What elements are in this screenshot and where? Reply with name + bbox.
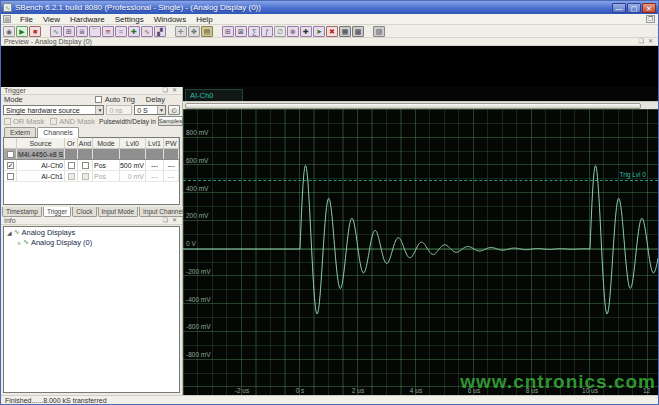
close-panel-icon[interactable]: ✕ <box>170 217 179 224</box>
restore-window-icon[interactable]: ❐ <box>646 15 655 23</box>
horizontal-scrollbar[interactable] <box>183 101 658 109</box>
menu-settings[interactable]: Settings <box>110 15 149 24</box>
grid-view-icon[interactable]: ▩ <box>352 26 364 37</box>
preview-caption-bar: Preview - Analog Display (0) ❏ ✕ <box>1 38 658 46</box>
float-panel-icon[interactable]: ❏ <box>637 38 646 45</box>
maximize-button[interactable]: ▢ <box>627 3 641 13</box>
crosshair-icon[interactable]: ✚ <box>300 26 312 37</box>
menu-windows[interactable]: Windows <box>149 15 191 24</box>
preview-title: Preview - Analog Display (0) <box>4 38 637 45</box>
toolbar: ◉▶■∿⊞≣⌒≋⌗✚∿▞✛✥▤⊞⊠∑ƒ∅⊗✚➤✖▦▩▨ <box>1 25 658 38</box>
pulsewidth-label: Pulsewidth/Delay in <box>99 118 156 125</box>
mode-label: Mode <box>4 95 23 104</box>
pulsewidth-unit-button[interactable]: Samples <box>158 116 183 126</box>
save-icon[interactable]: ▤ <box>201 26 213 37</box>
menu-view[interactable]: View <box>38 15 65 24</box>
waterfall-display-icon[interactable]: ≋ <box>102 26 114 37</box>
expander-icon[interactable]: ◢ <box>7 229 12 236</box>
ch0-or-checkbox[interactable] <box>68 162 75 169</box>
or-mask-label: OR Mask <box>13 117 44 126</box>
trigger-panel-title: Trigger <box>4 87 161 94</box>
close-button[interactable]: ✕ <box>642 3 656 13</box>
wave-tool-icon[interactable]: ∿ <box>141 26 153 37</box>
auto-trig-checkbox[interactable] <box>95 96 102 103</box>
ch0-and-checkbox[interactable] <box>82 162 89 169</box>
null-signal-icon[interactable]: ∅ <box>274 26 286 37</box>
status-bar: Finished......8.000 kS transferred <box>1 395 658 404</box>
run-once-icon[interactable]: ◉ <box>3 26 15 37</box>
delay-options-button[interactable]: ◴ <box>168 105 180 115</box>
chart-tool-icon[interactable]: ▞ <box>154 26 166 37</box>
ch0-enable-checkbox[interactable]: ✓ <box>7 162 14 169</box>
status-text: Finished......8.000 kS transferred <box>5 397 107 404</box>
plot-area[interactable]: Trig Lvl 0 www.cntronics.com 800 mV600 m… <box>183 109 658 395</box>
trigger-channel-table: Source Or And Mode Lvl0 Lvl1 PW M4i.4450… <box>3 137 180 205</box>
tree-item-analog-display-0[interactable]: ▹ ∿ Analog Display (0) <box>4 237 179 247</box>
app-window: ∿ SBench 6.2.1 build 8080 (Professional … <box>0 0 659 405</box>
ch1-enable-checkbox[interactable] <box>7 173 14 180</box>
expander-icon[interactable]: ▹ <box>18 239 21 246</box>
waveform-icon: ∿ <box>14 228 20 236</box>
pan-icon[interactable]: ✥ <box>188 26 200 37</box>
chevron-down-icon[interactable]: ▼ <box>157 106 165 114</box>
window-title: SBench 6.2.1 build 8080 (Professional - … <box>15 3 612 12</box>
or-mask-checkbox <box>4 118 11 125</box>
minimize-button[interactable]: — <box>612 3 626 13</box>
menu-hardware[interactable]: Hardware <box>65 15 110 24</box>
waveform-trace <box>183 109 658 395</box>
import-icon[interactable]: ⊞ <box>222 26 234 37</box>
analog-display-area: AI-Ch0 Trig Lvl 0 www.cntronics.com 800 … <box>183 87 658 395</box>
channel-tab-ai-ch0[interactable]: AI-Ch0 <box>185 89 243 101</box>
tab-extern[interactable]: Extern <box>4 127 36 137</box>
card-checkbox[interactable] <box>7 151 14 158</box>
trigger-mode-select[interactable]: Single hardware source ▼ <box>3 105 104 115</box>
table-row-ch0[interactable]: ✓ AI-Ch0 Pos 500 mV --- --- <box>4 160 179 171</box>
table-header-row: Source Or And Mode Lvl0 Lvl1 PW <box>4 138 179 149</box>
and-mask-checkbox <box>50 118 57 125</box>
digital-display-icon[interactable]: ≣ <box>76 26 88 37</box>
delay-select[interactable]: 0 S ▼ <box>134 105 166 115</box>
spectrum-display-icon[interactable]: ⌒ <box>89 26 101 37</box>
close-panel-icon[interactable]: ✕ <box>170 87 179 94</box>
delay-aux-field: 0 ns <box>106 105 132 115</box>
table-view-icon[interactable]: ▦ <box>339 26 351 37</box>
add-channel-icon[interactable]: ✚ <box>128 26 140 37</box>
xy-display-icon[interactable]: ⌗ <box>115 26 127 37</box>
preview-display[interactable] <box>1 46 658 87</box>
menu-help[interactable]: Help <box>191 15 217 24</box>
fft-icon[interactable]: ƒ <box>261 26 273 37</box>
trigger-caption-bar: Trigger ❏ ✕ <box>1 87 182 95</box>
info-panel-title: Info <box>4 217 161 224</box>
tab-channels[interactable]: Channels <box>37 127 79 138</box>
calc-icon[interactable]: ∑ <box>248 26 260 37</box>
tree-item-analog-displays[interactable]: ◢ ∿ Analog Displays <box>4 227 179 237</box>
cursor-icon[interactable]: ✛ <box>175 26 187 37</box>
trigger-panel: Trigger ❏ ✕ Mode Auto Trig Delay Single … <box>1 87 183 395</box>
info-tree: ◢ ∿ Analog Displays ▹ ∿ Analog Display (… <box>3 226 180 393</box>
tab-trigger[interactable]: Trigger <box>43 207 71 217</box>
start-acquisition-icon[interactable]: ▶ <box>16 26 28 37</box>
tab-clock[interactable]: Clock <box>72 207 96 217</box>
mark-icon[interactable]: ⊗ <box>287 26 299 37</box>
title-bar: ∿ SBench 6.2.1 build 8080 (Professional … <box>1 1 658 14</box>
float-panel-icon[interactable]: ❏ <box>161 217 170 224</box>
channel-tab-bar: AI-Ch0 <box>183 87 658 101</box>
chevron-down-icon[interactable]: ▼ <box>95 106 103 114</box>
menu-file[interactable]: File <box>15 15 38 24</box>
new-display-icon[interactable]: ⊞ <box>63 26 75 37</box>
stop-acquisition-icon[interactable]: ■ <box>29 26 41 37</box>
auto-trig-label: Auto Trig <box>105 95 135 104</box>
table-row-ch1[interactable]: AI-Ch1 Pos 0 mV --- --- <box>4 171 179 182</box>
close-panel-icon[interactable]: ✕ <box>646 38 655 45</box>
app-icon: ∿ <box>3 3 12 12</box>
settings-view-icon[interactable]: ▨ <box>373 26 385 37</box>
tab-input-mode[interactable]: Input Mode <box>98 207 139 217</box>
table-row-card[interactable]: M4i.4450-x8 S... <box>4 149 179 160</box>
tab-timestamp[interactable]: Timestamp <box>2 207 42 217</box>
delete-icon[interactable]: ✖ <box>326 26 338 37</box>
analog-display-icon[interactable]: ∿ <box>50 26 62 37</box>
waveform-icon: ∿ <box>23 238 29 246</box>
jump-icon[interactable]: ➤ <box>313 26 325 37</box>
export-icon[interactable]: ⊠ <box>235 26 247 37</box>
float-panel-icon[interactable]: ❏ <box>161 87 170 94</box>
